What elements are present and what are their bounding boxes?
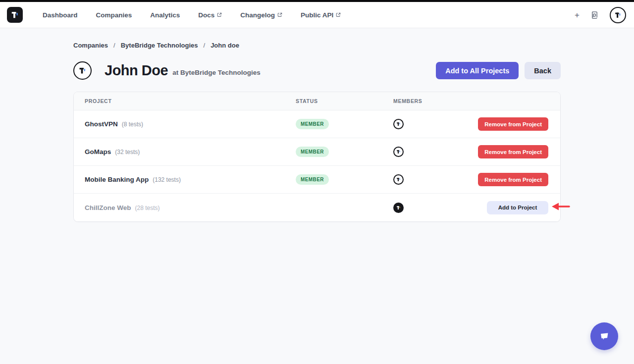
project-cell: Mobile Banking App (132 tests): [85, 176, 296, 183]
navbar: Dashboard Companies Analytics Docs Chang…: [0, 2, 634, 28]
nav-item-changelog[interactable]: Changelog: [240, 11, 282, 19]
chat-bubble-icon: [598, 330, 611, 343]
action-cell: Remove from Project: [478, 117, 548, 131]
breadcrumb-separator: /: [204, 42, 206, 49]
project-cell: ChillZone Web (28 tests): [85, 204, 296, 211]
action-cell: Remove from Project: [478, 173, 548, 186]
action-cell: Add to Project: [487, 201, 548, 214]
brand-t-icon: [396, 177, 401, 182]
member-status-badge: MEMBER: [296, 174, 329, 185]
table-row-mobile-banking-app: Mobile Banking App (132 tests) MEMBER Re…: [74, 166, 560, 194]
table-header-row: PROJECT STATUS MEMBERS: [74, 92, 560, 110]
breadcrumb: Companies / ByteBridge Technologies / Jo…: [73, 42, 561, 49]
project-logo-avatar: [393, 203, 404, 213]
status-cell: MEMBER: [296, 147, 393, 157]
column-header-project: PROJECT: [85, 98, 296, 104]
project-test-count: (132 tests): [153, 176, 181, 183]
page-actions: Add to All Projects Back: [436, 62, 561, 79]
project-test-count: (28 tests): [135, 205, 160, 211]
column-header-members: MEMBERS: [393, 98, 548, 104]
external-link-icon: [277, 12, 282, 17]
member-avatar: [393, 119, 404, 129]
page-subtitle: at ByteBridge Technologies: [172, 65, 261, 76]
status-cell: MEMBER: [296, 174, 393, 185]
table-row-chillzone-web: ChillZone Web (28 tests) Add to Project: [74, 194, 560, 221]
brand-t-icon: [78, 66, 87, 75]
members-cell: [393, 174, 478, 185]
add-to-project-button[interactable]: Add to Project: [487, 201, 548, 214]
page-header: John Doe at ByteBridge Technologies Add …: [73, 61, 561, 80]
project-cell: GoMaps (32 tests): [85, 148, 296, 156]
nav-item-companies[interactable]: Companies: [96, 11, 132, 19]
remove-from-project-button[interactable]: Remove from Project: [478, 173, 548, 186]
brand-logo[interactable]: [7, 7, 23, 23]
members-cell: [393, 147, 478, 157]
add-to-all-projects-button[interactable]: Add to All Projects: [436, 62, 519, 79]
member-avatar: [393, 147, 404, 157]
brand-t-icon: [396, 121, 401, 127]
brand-t-icon: [396, 149, 401, 155]
external-link-icon: [336, 12, 341, 17]
column-header-status: STATUS: [296, 98, 393, 104]
project-name: GhostVPN: [85, 120, 118, 128]
doc-search-icon[interactable]: [590, 11, 599, 19]
project-name: Mobile Banking App: [85, 176, 149, 183]
project-test-count: (32 tests): [115, 149, 140, 156]
person-avatar: [73, 61, 92, 80]
breadcrumb-current: John doe: [211, 42, 239, 49]
nav-item-docs[interactable]: Docs: [198, 11, 222, 19]
status-cell: MEMBER: [296, 119, 393, 129]
breadcrumb-companies[interactable]: Companies: [73, 42, 108, 49]
members-cell: [393, 203, 487, 213]
navbar-right: +: [575, 7, 626, 23]
nav-item-dashboard[interactable]: Dashboard: [43, 11, 78, 19]
member-status-badge: MEMBER: [296, 119, 329, 129]
projects-table: PROJECT STATUS MEMBERS GhostVPN (8 tests…: [73, 92, 561, 222]
back-button[interactable]: Back: [525, 62, 561, 79]
nav-item-analytics[interactable]: Analytics: [150, 11, 180, 19]
action-cell: Remove from Project: [478, 145, 548, 158]
remove-from-project-button[interactable]: Remove from Project: [478, 145, 548, 158]
nav-item-public-api[interactable]: Public API: [301, 11, 341, 19]
project-name: ChillZone Web: [85, 204, 131, 211]
brand-t-icon-dark: [396, 205, 401, 210]
project-name: GoMaps: [85, 148, 111, 156]
remove-from-project-button[interactable]: Remove from Project: [478, 117, 548, 131]
main-nav: Dashboard Companies Analytics Docs Chang…: [43, 11, 341, 19]
main-content: Companies / ByteBridge Technologies / Jo…: [73, 42, 561, 222]
add-icon[interactable]: +: [575, 11, 580, 19]
brand-t-icon: [614, 11, 622, 19]
user-avatar[interactable]: [610, 7, 626, 23]
brand-t-icon: [10, 10, 20, 20]
table-row-ghostvpn: GhostVPN (8 tests) MEMBER Remove from Pr…: [74, 110, 560, 138]
page-title: John Doe: [105, 62, 168, 79]
chat-widget-button[interactable]: [590, 322, 618, 350]
external-link-icon: [217, 12, 222, 17]
table-row-gomaps: GoMaps (32 tests) MEMBER Remove from Pro…: [74, 138, 560, 166]
members-cell: [393, 119, 478, 129]
breadcrumb-company[interactable]: ByteBridge Technologies: [121, 42, 198, 49]
breadcrumb-separator: /: [113, 42, 115, 49]
member-status-badge: MEMBER: [296, 147, 329, 157]
project-test-count: (8 tests): [122, 121, 143, 128]
project-cell: GhostVPN (8 tests): [85, 120, 296, 128]
member-avatar: [393, 174, 404, 185]
